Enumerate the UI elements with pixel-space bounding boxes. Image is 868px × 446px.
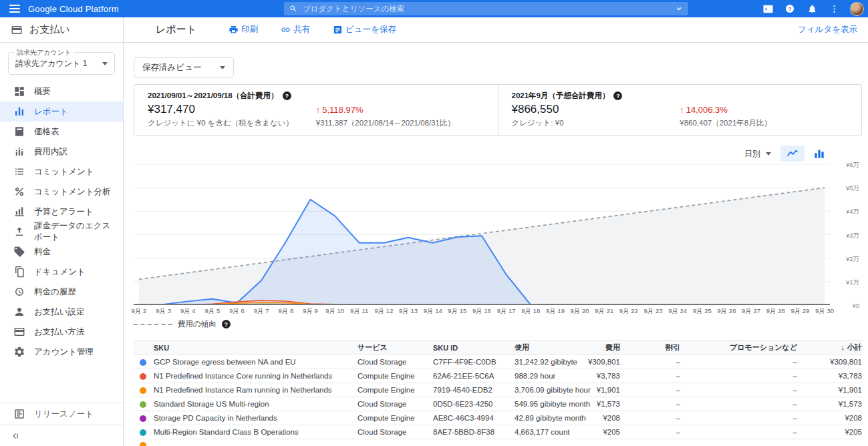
sidebar-menu: 概要レポート価格表費用内訳コミットメントコミットメント分析予算とアラート課金デー… [0,77,123,403]
saved-views-select[interactable]: 保存済みビュー [134,57,234,77]
sidebar-item-4[interactable]: コミットメント [0,162,123,182]
col-header-discount[interactable]: 割引 [620,343,680,353]
save-view-button[interactable]: ビューを保存 [333,24,396,35]
sidebar-item-label: レポート [34,106,68,118]
bar-chart-toggle[interactable] [807,146,831,162]
billing-export-icon [13,226,25,238]
sidebar-item-1[interactable]: レポート [0,101,123,122]
sidebar-item-label: 価格表 [34,126,59,138]
table-row[interactable]: Standard Storage US Multi-regionCloud St… [134,397,862,411]
cell-discount: – [620,358,680,366]
more-options-icon[interactable] [828,3,840,15]
help-badge-icon[interactable]: ? [613,91,622,100]
sidebar-item-3[interactable]: 費用内訳 [0,142,123,162]
summary-card-forecast: 2021年9月（予想合計費用） ? ¥866,550 ↑ 14,006.3% ク… [498,85,862,135]
share-button[interactable]: 共有 [281,24,310,35]
billing-account-select[interactable]: 請求先アカウント 請求先アカウント 1 [8,52,115,75]
sidebar-item-11[interactable]: お支払い設定 [0,302,123,322]
table-row[interactable]: N1 Predefined Instance Core running in N… [134,369,862,383]
cloud-shell-icon[interactable]: >_ [762,3,774,15]
summary-amount: ¥317,470 [148,103,316,116]
topbar: Google Cloud Platform >_ ? [0,0,868,17]
billing-account-value: 請求先アカウント 1 [15,58,87,69]
print-button[interactable]: 印刷 [229,24,258,35]
commitments-icon [13,166,25,178]
budgets-alerts-icon [13,206,25,218]
cell-cost: ¥1,901 [581,386,620,394]
summary-cards: 2021/09/01～2021/09/18（合計費用） ? ¥317,470 ↑… [134,84,862,136]
cell-discount: – [620,428,680,436]
x-axis-tick: 9月 10 [325,307,344,316]
help-icon[interactable]: ? [784,3,796,15]
table-row-partial[interactable] [134,439,862,446]
series-color-dot [140,387,146,394]
sidebar-item-label: 料金の履歴 [34,286,76,298]
cell-discount: – [620,386,680,394]
show-filters-link[interactable]: フィルタを表示 [798,24,857,35]
sidebar-item-7[interactable]: 課金データのエクスポート [0,222,123,242]
cell-subtotal: ¥205 [797,428,862,436]
notifications-bell-icon[interactable] [806,3,818,15]
cell-subtotal: ¥208 [797,414,862,422]
col-header-cost[interactable]: 費用 [581,343,620,353]
y-axis-tick: ¥0 [852,302,859,309]
x-axis-tick: 9月 20 [571,307,589,316]
table-row[interactable]: Storage PD Capacity in NetherlandsComput… [134,411,862,425]
reports-icon [13,105,25,118]
x-axis-tick: 9月 27 [742,307,760,316]
user-avatar[interactable] [850,2,864,16]
sidebar-item-release-notes[interactable]: リリースノート [0,403,123,425]
col-header-sku-id[interactable]: SKU ID [433,344,515,352]
sidebar-item-2[interactable]: 価格表 [0,122,123,142]
sidebar-item-0[interactable]: 概要 [0,81,123,101]
cell-service: Cloud Storage [357,358,433,366]
sidebar-item-6[interactable]: 予算とアラート [0,202,123,222]
sidebar-item-12[interactable]: お支払い方法 [0,322,123,342]
table-row[interactable]: GCP Storage egress between NA and EUClou… [134,355,862,369]
series-color-dot [140,373,146,380]
col-header-service[interactable]: サービス [357,343,433,353]
sidebar-item-label: 概要 [34,86,51,97]
col-header-sku[interactable]: SKU [154,344,357,352]
search-icon [289,5,297,13]
collapse-left-icon [11,431,20,441]
line-chart-toggle[interactable] [780,146,805,162]
summary-amount: ¥866,550 [512,103,680,116]
cell-subtotal: ¥1,901 [797,386,862,394]
interval-select[interactable]: 日別 [744,148,771,160]
x-axis-tick: 9月 30 [815,307,834,316]
menu-icon[interactable] [9,5,20,13]
saved-views-label: 保存済みビュー [142,62,201,73]
help-badge-icon[interactable]: ? [283,91,291,100]
chevron-down-icon[interactable] [675,5,683,13]
help-badge-icon[interactable]: ? [222,320,231,328]
col-header-subtotal[interactable]: ↓小計 [797,343,862,353]
sidebar-item-label: アカウント管理 [34,347,94,358]
x-axis-tick: 9月 17 [497,307,516,316]
sidebar-item-10[interactable]: 料金の履歴 [0,282,123,302]
table-row[interactable]: N1 Predefined Instance Ram running in Ne… [134,383,862,397]
col-header-usage[interactable]: 使用 [515,343,581,353]
sidebar-item-8[interactable]: 料金 [0,242,123,262]
cell-discount: – [620,414,680,422]
cell-service: Compute Engine [357,386,433,394]
x-axis-tick: 9月 13 [399,307,418,316]
trend-dash-icon [134,324,172,325]
sidebar-item-9[interactable]: ドキュメント [0,262,123,282]
search-box[interactable] [284,2,688,15]
y-axis-tick: ¥4万 [846,208,859,216]
chart-plot-area[interactable] [134,164,830,305]
x-axis-tick: 9月 18 [521,307,540,316]
arrow-up-icon: ↑ [316,105,321,115]
sidebar-item-5[interactable]: コミットメント分析 [0,182,123,202]
x-axis-tick: 9月 25 [693,307,712,316]
cell-cost: ¥1,573 [581,400,620,408]
brand-logo[interactable]: Google Cloud Platform [28,4,119,14]
search-input[interactable] [303,5,675,13]
sidebar-item-13[interactable]: アカウント管理 [0,342,123,362]
cell-usage: 42.89 gibibyte month [515,414,581,422]
sidebar-collapse-button[interactable] [0,425,123,446]
main-panel: レポート 印刷 共有 ビューを保存 フィルタを表示 [124,17,868,446]
table-row[interactable]: Multi-Region Standard Class B Operations… [134,425,862,439]
col-header-promo[interactable]: プロモーションなど [680,343,797,353]
